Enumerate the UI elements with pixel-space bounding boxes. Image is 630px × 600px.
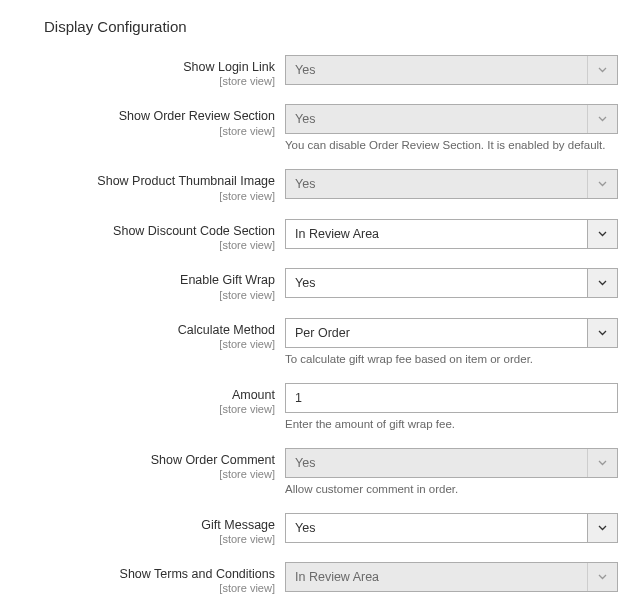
chevron-down-icon bbox=[587, 170, 617, 198]
show-order-review-select[interactable]: Yes bbox=[285, 104, 618, 134]
calculate-method-select[interactable]: Per Order bbox=[285, 318, 618, 348]
field-scope: [store view] bbox=[0, 239, 275, 252]
field-label: Show Order Comment bbox=[151, 453, 275, 467]
select-value: Per Order bbox=[286, 326, 587, 340]
chevron-down-icon bbox=[587, 319, 617, 347]
select-value: Yes bbox=[286, 177, 587, 191]
field-scope: [store view] bbox=[0, 190, 275, 203]
field-label: Show Product Thumbnail Image bbox=[97, 174, 275, 188]
field-scope: [store view] bbox=[0, 468, 275, 481]
chevron-down-icon bbox=[587, 514, 617, 542]
field-scope: [store view] bbox=[0, 582, 275, 595]
field-label: Show Terms and Conditions bbox=[120, 567, 275, 581]
field-scope: [store view] bbox=[0, 125, 275, 138]
chevron-down-icon bbox=[587, 269, 617, 297]
field-show-order-comment: Show Order Comment [store view] Yes Allo… bbox=[0, 448, 618, 497]
field-label: Gift Message bbox=[201, 518, 275, 532]
chevron-down-icon bbox=[587, 56, 617, 84]
select-value: Yes bbox=[286, 112, 587, 126]
field-label: Show Order Review Section bbox=[119, 109, 275, 123]
field-show-product-thumbnail: Show Product Thumbnail Image [store view… bbox=[0, 169, 618, 202]
chevron-down-icon bbox=[587, 449, 617, 477]
show-terms-select[interactable]: In Review Area bbox=[285, 562, 618, 592]
select-value: Yes bbox=[286, 521, 587, 535]
select-value: Yes bbox=[286, 276, 587, 290]
field-label: Show Login Link bbox=[183, 60, 275, 74]
field-amount: Amount [store view] Enter the amount of … bbox=[0, 383, 618, 432]
field-show-order-review: Show Order Review Section [store view] Y… bbox=[0, 104, 618, 153]
field-label: Show Discount Code Section bbox=[113, 224, 275, 238]
field-note: Enter the amount of gift wrap fee. bbox=[285, 417, 618, 432]
field-scope: [store view] bbox=[0, 533, 275, 546]
section-title: Display Configuration bbox=[0, 18, 618, 35]
field-note: You can disable Order Review Section. It… bbox=[285, 138, 618, 153]
field-label: Calculate Method bbox=[178, 323, 275, 337]
show-discount-code-select[interactable]: In Review Area bbox=[285, 219, 618, 249]
gift-message-select[interactable]: Yes bbox=[285, 513, 618, 543]
enable-gift-wrap-select[interactable]: Yes bbox=[285, 268, 618, 298]
select-value: In Review Area bbox=[286, 570, 587, 584]
field-show-discount-code: Show Discount Code Section [store view] … bbox=[0, 219, 618, 252]
show-order-comment-select[interactable]: Yes bbox=[285, 448, 618, 478]
field-show-terms: Show Terms and Conditions [store view] I… bbox=[0, 562, 618, 595]
chevron-down-icon bbox=[587, 105, 617, 133]
field-show-login-link: Show Login Link [store view] Yes bbox=[0, 55, 618, 88]
field-scope: [store view] bbox=[0, 289, 275, 302]
select-value: Yes bbox=[286, 63, 587, 77]
field-label: Amount bbox=[232, 388, 275, 402]
amount-input[interactable] bbox=[285, 383, 618, 413]
select-value: In Review Area bbox=[286, 227, 587, 241]
field-scope: [store view] bbox=[0, 338, 275, 351]
field-calculate-method: Calculate Method [store view] Per Order … bbox=[0, 318, 618, 367]
field-gift-message: Gift Message [store view] Yes bbox=[0, 513, 618, 546]
select-value: Yes bbox=[286, 456, 587, 470]
show-product-thumbnail-select[interactable]: Yes bbox=[285, 169, 618, 199]
field-note: To calculate gift wrap fee based on item… bbox=[285, 352, 618, 367]
field-label: Enable Gift Wrap bbox=[180, 273, 275, 287]
chevron-down-icon bbox=[587, 563, 617, 591]
show-login-link-select[interactable]: Yes bbox=[285, 55, 618, 85]
field-enable-gift-wrap: Enable Gift Wrap [store view] Yes bbox=[0, 268, 618, 301]
field-scope: [store view] bbox=[0, 75, 275, 88]
chevron-down-icon bbox=[587, 220, 617, 248]
field-scope: [store view] bbox=[0, 403, 275, 416]
field-note: Allow customer comment in order. bbox=[285, 482, 618, 497]
